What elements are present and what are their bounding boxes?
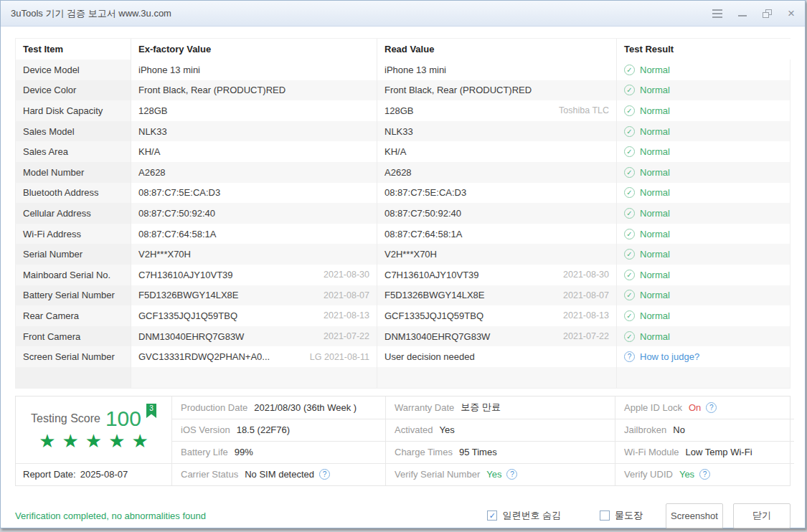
summary-label: Verify Serial Number xyxy=(395,469,480,480)
help-icon[interactable]: ? xyxy=(506,469,517,480)
table-row: Serial NumberV2H***X70HV2H***X70H✓Normal xyxy=(16,244,790,265)
table-row: Mainboard Serial No.C7H13610AJY10VT39202… xyxy=(16,265,790,285)
test-result: ✓Normal xyxy=(624,187,670,198)
table-row: Device ModeliPhone 13 miniiPhone 13 mini… xyxy=(16,60,790,80)
close-button[interactable]: 닫기 xyxy=(733,503,791,528)
test-result: ✓Normal xyxy=(624,85,670,95)
header-read-value: Read Value xyxy=(377,39,616,60)
header-test-result: Test Result xyxy=(616,39,794,60)
ex-factory-value-cell xyxy=(131,367,377,388)
test-item-text: Wi-Fi Address xyxy=(23,229,81,239)
menu-icon[interactable] xyxy=(712,7,722,20)
ex-factory-value-cell: GCF1335JQJ1Q59TBQ2021-08-13 xyxy=(131,305,377,326)
result-text: Normal xyxy=(640,229,670,239)
test-item-text: Hard Disk Capacity xyxy=(23,105,103,116)
report-date-value: 2025-08-07 xyxy=(80,469,128,480)
test-item-label: Sales Area xyxy=(16,141,131,162)
watermark-label: 물도장 xyxy=(615,509,643,522)
test-result: ✓Normal xyxy=(624,310,670,321)
table-row: Front CameraDNM13040EHRQ7G83W2021-07-22D… xyxy=(16,326,790,347)
summary-value: Yes xyxy=(439,424,454,435)
read-value: 08:87:C7:50:92:40 xyxy=(384,208,461,219)
read-value-cell: DNM13040EHRQ7G83W2021-07-22 xyxy=(377,326,616,347)
value-date-note: 2021-08-30 xyxy=(324,270,369,280)
help-icon[interactable]: ? xyxy=(624,351,635,362)
help-icon[interactable]: ? xyxy=(699,469,710,480)
table-row: Sales AreaKH/AKH/A✓Normal xyxy=(16,141,790,162)
ex-factory-value: GVC13331RDWQ2PHAN+A0... xyxy=(138,351,270,362)
watermark-checkbox[interactable]: 물도장 xyxy=(600,509,643,522)
checkbox-box[interactable]: ✓ xyxy=(487,510,497,521)
normal-check-icon: ✓ xyxy=(624,229,635,239)
window-title: 3uTools 기기 검증 보고서 www.3u.com xyxy=(11,7,171,20)
read-value: User decision needed xyxy=(384,351,475,362)
read-value: KH/A xyxy=(384,146,406,157)
test-result: ✓Normal xyxy=(624,249,670,260)
summary-value: 95 Times xyxy=(459,447,497,457)
ex-factory-value-cell: V2H***X70H xyxy=(131,244,377,265)
normal-check-icon: ✓ xyxy=(624,290,635,300)
ex-factory-value-cell: DNM13040EHRQ7G83W2021-07-22 xyxy=(131,326,377,347)
table-row: Device ColorFront Black, Rear (PRODUCT)R… xyxy=(16,80,790,101)
table-body: Device ModeliPhone 13 miniiPhone 13 mini… xyxy=(16,60,790,388)
summary-value: 2021/08/30 (36th Week ) xyxy=(254,402,357,413)
result-text: Normal xyxy=(640,167,670,178)
test-item-label: Screen Serial Number xyxy=(16,346,131,367)
read-value: NLK33 xyxy=(384,126,413,137)
table-row xyxy=(16,367,790,388)
test-result-cell: ✓Normal xyxy=(616,183,794,204)
window-controls: × xyxy=(712,7,795,20)
help-icon[interactable]: ? xyxy=(706,402,717,413)
summary-value: On xyxy=(689,402,701,413)
table-row: Wi-Fi Address08:87:C7:64:58:1A08:87:C7:6… xyxy=(16,224,790,244)
help-icon[interactable]: ? xyxy=(319,469,330,480)
hide-serial-checkbox[interactable]: ✓ 일련번호 숨김 xyxy=(487,509,561,522)
ex-factory-value-cell: NLK33 xyxy=(131,121,377,142)
summary-cell: Apple ID LockOn? xyxy=(615,396,794,419)
result-text: Normal xyxy=(640,65,670,75)
how-to-judge-link[interactable]: ?How to judge? xyxy=(624,351,699,362)
star-rating: ★★★★★ xyxy=(32,431,155,451)
summary-cell: Charge Times95 Times xyxy=(385,441,615,463)
ex-factory-value: iPhone 13 mini xyxy=(138,65,200,75)
normal-check-icon: ✓ xyxy=(624,331,635,342)
test-item-label: Battery Serial Number xyxy=(16,285,131,306)
test-result: ✓Normal xyxy=(624,229,670,239)
ex-factory-value-cell: 08:87:C7:64:58:1A xyxy=(131,224,377,244)
summary-value: No xyxy=(673,424,685,435)
normal-check-icon: ✓ xyxy=(624,105,635,116)
ex-factory-value: 08:87:C7:5E:CA:D3 xyxy=(138,187,220,198)
checkbox-box[interactable] xyxy=(600,510,610,521)
table-row: Hard Disk Capacity128GB128GBToshiba TLC✓… xyxy=(16,100,790,121)
test-result: ✓Normal xyxy=(624,105,670,116)
read-value: C7H13610AJY10VT39 xyxy=(384,270,479,280)
ex-factory-value: KH/A xyxy=(138,146,160,157)
test-item-label: Rear Camera xyxy=(16,305,131,326)
restore-icon[interactable] xyxy=(763,7,772,20)
test-item-label: Wi-Fi Address xyxy=(16,224,131,244)
ex-factory-value-cell: 08:87:C7:5E:CA:D3 xyxy=(131,183,377,204)
ex-factory-value-cell: 08:87:C7:50:92:40 xyxy=(131,203,377,224)
summary-cell: iOS Version18.5 (22F76) xyxy=(171,419,385,441)
score-ribbon-badge[interactable]: 3 xyxy=(146,404,156,418)
normal-check-icon: ✓ xyxy=(624,187,635,198)
verification-table: Test Item Ex-factory Value Read Value Te… xyxy=(15,38,791,389)
screenshot-button[interactable]: Screenshot xyxy=(666,503,723,528)
read-value: GCF1335JQJ1Q59TBQ xyxy=(384,310,483,321)
test-result: ✓Normal xyxy=(624,290,670,300)
ex-factory-value-cell: A2628 xyxy=(131,162,377,183)
test-item-label: Model Number xyxy=(16,162,131,183)
test-item-label xyxy=(16,367,131,388)
value-date-note: 2021-07-22 xyxy=(324,331,369,341)
ex-factory-value: A2628 xyxy=(138,167,166,178)
summary-value: Yes xyxy=(679,469,694,480)
close-icon[interactable]: × xyxy=(788,7,795,20)
test-item-text: Cellular Address xyxy=(23,208,91,219)
value-date-note: Toshiba TLC xyxy=(559,105,609,115)
minimize-icon[interactable] xyxy=(738,7,747,20)
summary-cell: Warranty Date보증 만료 xyxy=(385,396,615,419)
test-result-cell: ✓Normal xyxy=(616,285,794,306)
normal-check-icon: ✓ xyxy=(624,249,635,260)
header-ex-factory-value: Ex-factory Value xyxy=(131,39,377,60)
summary-panel: Testing Score 100 3 ★★★★★ Report Date: 2… xyxy=(15,396,791,486)
